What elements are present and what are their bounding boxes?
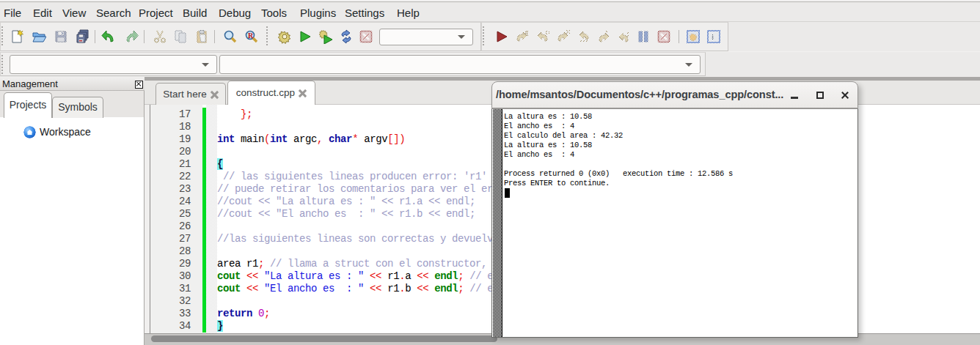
- svg-text:i: i: [712, 32, 714, 41]
- svg-text:R: R: [248, 31, 254, 40]
